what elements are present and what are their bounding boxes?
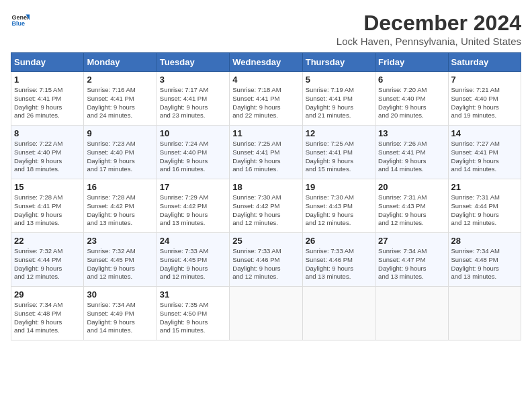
day-info: Sunrise: 7:30 AM Sunset: 4:42 PM Dayligh… [232,193,299,228]
day-number: 20 [378,182,445,192]
day-number: 24 [160,236,226,246]
calendar-cell: 8Sunrise: 7:22 AM Sunset: 4:40 PM Daylig… [11,126,84,179]
calendar-cell: 16Sunrise: 7:28 AM Sunset: 4:42 PM Dayli… [84,179,157,233]
day-info: Sunrise: 7:32 AM Sunset: 4:44 PM Dayligh… [14,247,81,281]
day-info: Sunrise: 7:17 AM Sunset: 4:41 PM Dayligh… [160,86,226,120]
calendar-cell [230,287,302,340]
day-number: 22 [14,236,81,246]
day-number: 14 [451,128,518,138]
svg-text:Blue: Blue [11,20,25,27]
day-number: 29 [14,289,81,300]
day-number: 31 [160,289,226,300]
day-number: 11 [232,128,299,138]
day-number: 25 [232,236,299,246]
day-info: Sunrise: 7:33 AM Sunset: 4:46 PM Dayligh… [232,247,299,281]
day-number: 5 [306,75,372,85]
day-info: Sunrise: 7:22 AM Sunset: 4:40 PM Dayligh… [14,140,81,174]
calendar-cell: 3Sunrise: 7:17 AM Sunset: 4:41 PM Daylig… [157,72,229,126]
main-title: December 2024 [337,11,521,36]
day-number: 15 [14,182,81,192]
day-info: Sunrise: 7:28 AM Sunset: 4:42 PM Dayligh… [87,193,153,228]
calendar-cell: 27Sunrise: 7:34 AM Sunset: 4:47 PM Dayli… [375,233,448,287]
week-row-3: 15Sunrise: 7:28 AM Sunset: 4:41 PM Dayli… [11,179,521,233]
day-info: Sunrise: 7:32 AM Sunset: 4:45 PM Dayligh… [87,247,153,281]
day-info: Sunrise: 7:16 AM Sunset: 4:41 PM Dayligh… [87,86,153,120]
day-info: Sunrise: 7:33 AM Sunset: 4:46 PM Dayligh… [306,247,372,281]
day-number: 6 [378,75,445,85]
day-info: Sunrise: 7:26 AM Sunset: 4:41 PM Dayligh… [378,140,445,174]
day-number: 12 [306,128,372,138]
day-number: 3 [160,75,226,85]
day-number: 2 [87,75,153,85]
calendar-cell: 30Sunrise: 7:34 AM Sunset: 4:49 PM Dayli… [84,287,157,340]
calendar-cell: 28Sunrise: 7:34 AM Sunset: 4:48 PM Dayli… [448,233,521,287]
calendar-cell: 12Sunrise: 7:25 AM Sunset: 4:41 PM Dayli… [302,126,375,179]
day-header-friday: Friday [375,53,448,72]
calendar-cell: 26Sunrise: 7:33 AM Sunset: 4:46 PM Dayli… [302,233,375,287]
day-info: Sunrise: 7:18 AM Sunset: 4:41 PM Dayligh… [232,86,299,120]
day-number: 9 [87,128,153,138]
day-header-wednesday: Wednesday [230,53,302,72]
calendar-cell: 25Sunrise: 7:33 AM Sunset: 4:46 PM Dayli… [230,233,302,287]
day-number: 30 [87,289,153,300]
day-number: 10 [160,128,226,138]
day-info: Sunrise: 7:30 AM Sunset: 4:43 PM Dayligh… [306,193,372,228]
calendar-cell: 4Sunrise: 7:18 AM Sunset: 4:41 PM Daylig… [230,72,302,126]
calendar-cell: 15Sunrise: 7:28 AM Sunset: 4:41 PM Dayli… [11,179,84,233]
calendar-cell [302,287,375,340]
day-header-thursday: Thursday [302,53,375,72]
day-info: Sunrise: 7:23 AM Sunset: 4:40 PM Dayligh… [87,140,153,174]
day-number: 19 [306,182,372,192]
week-row-5: 29Sunrise: 7:34 AM Sunset: 4:48 PM Dayli… [11,287,521,340]
calendar-body: 1Sunrise: 7:15 AM Sunset: 4:41 PM Daylig… [11,72,521,340]
header: General Blue December 2024 Lock Haven, P… [11,11,521,47]
week-row-1: 1Sunrise: 7:15 AM Sunset: 4:41 PM Daylig… [11,72,521,126]
day-info: Sunrise: 7:35 AM Sunset: 4:50 PM Dayligh… [160,301,226,335]
day-info: Sunrise: 7:28 AM Sunset: 4:41 PM Dayligh… [14,193,81,228]
day-info: Sunrise: 7:27 AM Sunset: 4:41 PM Dayligh… [451,140,518,174]
day-info: Sunrise: 7:33 AM Sunset: 4:45 PM Dayligh… [160,247,226,281]
logo-icon: General Blue [11,11,30,30]
day-info: Sunrise: 7:19 AM Sunset: 4:41 PM Dayligh… [306,86,372,120]
day-header-monday: Monday [84,53,157,72]
day-info: Sunrise: 7:34 AM Sunset: 4:48 PM Dayligh… [14,301,81,335]
subtitle: Lock Haven, Pennsylvania, United States [337,36,521,47]
day-number: 23 [87,236,153,246]
day-number: 28 [451,236,518,246]
day-number: 26 [306,236,372,246]
calendar-cell: 17Sunrise: 7:29 AM Sunset: 4:42 PM Dayli… [157,179,229,233]
calendar-table: SundayMondayTuesdayWednesdayThursdayFrid… [11,52,521,340]
day-info: Sunrise: 7:31 AM Sunset: 4:43 PM Dayligh… [378,193,445,228]
calendar-cell: 13Sunrise: 7:26 AM Sunset: 4:41 PM Dayli… [375,126,448,179]
calendar-cell: 6Sunrise: 7:20 AM Sunset: 4:40 PM Daylig… [375,72,448,126]
calendar-cell: 9Sunrise: 7:23 AM Sunset: 4:40 PM Daylig… [84,126,157,179]
week-row-2: 8Sunrise: 7:22 AM Sunset: 4:40 PM Daylig… [11,126,521,179]
day-info: Sunrise: 7:31 AM Sunset: 4:44 PM Dayligh… [451,193,518,228]
day-info: Sunrise: 7:34 AM Sunset: 4:47 PM Dayligh… [378,247,445,281]
calendar-header-row: SundayMondayTuesdayWednesdayThursdayFrid… [11,53,521,72]
calendar-cell: 24Sunrise: 7:33 AM Sunset: 4:45 PM Dayli… [157,233,229,287]
calendar-cell: 23Sunrise: 7:32 AM Sunset: 4:45 PM Dayli… [84,233,157,287]
calendar-cell: 31Sunrise: 7:35 AM Sunset: 4:50 PM Dayli… [157,287,229,340]
logo: General Blue [11,11,30,30]
day-number: 7 [451,75,518,85]
calendar-cell: 18Sunrise: 7:30 AM Sunset: 4:42 PM Dayli… [230,179,302,233]
calendar-cell: 29Sunrise: 7:34 AM Sunset: 4:48 PM Dayli… [11,287,84,340]
day-info: Sunrise: 7:21 AM Sunset: 4:40 PM Dayligh… [451,86,518,120]
calendar-cell: 19Sunrise: 7:30 AM Sunset: 4:43 PM Dayli… [302,179,375,233]
calendar-cell: 5Sunrise: 7:19 AM Sunset: 4:41 PM Daylig… [302,72,375,126]
day-header-tuesday: Tuesday [157,53,229,72]
calendar-cell: 10Sunrise: 7:24 AM Sunset: 4:40 PM Dayli… [157,126,229,179]
day-number: 21 [451,182,518,192]
day-info: Sunrise: 7:34 AM Sunset: 4:48 PM Dayligh… [451,247,518,281]
day-info: Sunrise: 7:20 AM Sunset: 4:40 PM Dayligh… [378,86,445,120]
calendar-cell: 11Sunrise: 7:25 AM Sunset: 4:41 PM Dayli… [230,126,302,179]
calendar-cell: 2Sunrise: 7:16 AM Sunset: 4:41 PM Daylig… [84,72,157,126]
day-header-saturday: Saturday [448,53,521,72]
day-info: Sunrise: 7:25 AM Sunset: 4:41 PM Dayligh… [232,140,299,174]
calendar-cell: 20Sunrise: 7:31 AM Sunset: 4:43 PM Dayli… [375,179,448,233]
day-number: 18 [232,182,299,192]
day-info: Sunrise: 7:25 AM Sunset: 4:41 PM Dayligh… [306,140,372,174]
day-number: 8 [14,128,81,138]
calendar-cell: 14Sunrise: 7:27 AM Sunset: 4:41 PM Dayli… [448,126,521,179]
